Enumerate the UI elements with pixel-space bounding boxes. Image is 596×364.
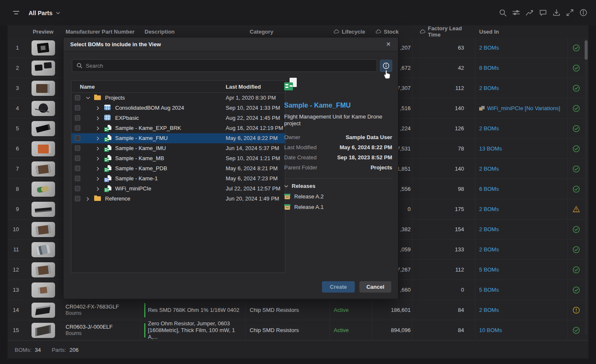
filter-toggle-icon[interactable] — [13, 9, 21, 16]
tree-row-sample-kame-fmu[interactable]: Sample - Kame_FMUMay 6, 2024 8:22 PM — [71, 133, 285, 143]
row-checkbox[interactable] — [75, 156, 80, 161]
info-button[interactable] — [380, 60, 392, 72]
chevron-right-icon[interactable] — [95, 156, 101, 161]
part-preview[interactable] — [23, 280, 63, 300]
used-in-link[interactable]: 5 BOMs — [479, 266, 499, 273]
row-checkbox[interactable] — [75, 166, 80, 171]
cancel-button[interactable]: Cancel — [359, 281, 391, 293]
search-input[interactable] — [86, 63, 355, 69]
row-checkbox[interactable] — [75, 105, 80, 111]
tree-row-sample-kame-1[interactable]: Sample - Kame-1May 6, 2024 7:23 PM — [71, 174, 285, 184]
chevron-right-icon[interactable] — [95, 105, 101, 111]
create-button[interactable]: Create — [322, 281, 355, 293]
header-mpn[interactable]: Manufacturer Part Number — [63, 25, 141, 38]
part-preview[interactable] — [23, 240, 63, 259]
comment-icon[interactable] — [539, 8, 547, 17]
header-description[interactable]: Description — [141, 25, 246, 38]
part-preview[interactable] — [23, 139, 63, 158]
used-in-link[interactable]: 2 BOMs — [479, 226, 499, 232]
tree-row-sample-kame-imu[interactable]: Sample - Kame_IMUJun 14, 2024 5:37 PM — [71, 143, 285, 153]
used-in-link[interactable]: 2 BOMs — [479, 166, 499, 172]
row-checkbox[interactable] — [75, 125, 80, 131]
part-preview[interactable] — [23, 179, 63, 199]
part-preview[interactable] — [23, 78, 63, 98]
tree-row-reference[interactable]: ReferenceJun 20, 2024 1:49 PM — [71, 194, 285, 204]
tree-row-label: ConsolidatedBOM Aug 2024 — [115, 105, 184, 111]
chevron-right-icon[interactable] — [95, 135, 101, 141]
view-selector[interactable]: All Parts — [29, 10, 60, 16]
used-in-link[interactable]: 13 BOMs — [479, 145, 502, 152]
part-preview[interactable] — [23, 98, 63, 118]
release-item[interactable]: Release A.2 — [284, 193, 392, 200]
header-category[interactable]: Category — [246, 25, 330, 38]
row-checkbox[interactable] — [75, 95, 80, 100]
part-number[interactable]: CR0402-FX-7683GLF — [66, 303, 119, 310]
search-icon[interactable] — [498, 8, 507, 17]
tree-row-wifi-minipcie[interactable]: WiFi_miniPCIeJul 22, 2024 12:57 PM — [71, 184, 285, 194]
part-preview[interactable] — [23, 320, 63, 340]
chevron-right-icon[interactable] — [85, 196, 91, 202]
chevron-right-icon[interactable] — [95, 125, 101, 131]
part-preview[interactable] — [23, 199, 63, 219]
used-in-link[interactable]: 6 BOMs — [479, 186, 499, 192]
row-checkbox[interactable] — [75, 115, 80, 121]
tree-header-modified[interactable]: Last Modified — [226, 84, 261, 90]
chevron-down-icon[interactable] — [85, 95, 91, 101]
used-in-link[interactable]: WiFi_miniPCIe [No Variations] — [487, 105, 560, 111]
tree-row-sample-kame-pdb[interactable]: Sample - Kame_PDBMay 6, 2024 8:21 PM — [71, 164, 285, 174]
trend-chart-icon[interactable] — [525, 8, 534, 17]
scrollbar-thumb[interactable] — [585, 40, 588, 60]
row-checkbox[interactable] — [75, 196, 80, 201]
used-in-link[interactable]: 5 BOMs — [479, 287, 499, 293]
tree-header-name[interactable]: Name — [80, 84, 95, 90]
used-in-link[interactable]: 2 BOMs — [479, 246, 499, 253]
part-preview[interactable] — [23, 260, 63, 280]
table-row[interactable]: 14CR0402-FX-7683GLFBournsRes SMD 768K Oh… — [8, 300, 588, 320]
filter-sliders-icon[interactable] — [512, 8, 520, 17]
expand-icon[interactable] — [566, 8, 574, 17]
chevron-right-icon[interactable] — [95, 186, 101, 192]
header-lead-time[interactable]: Factory Lead Time — [412, 25, 475, 38]
chevron-right-icon[interactable] — [95, 145, 101, 151]
used-in-link[interactable]: 8 BOMs — [479, 65, 499, 71]
used-in-link[interactable]: 10 BOMs — [479, 327, 502, 333]
vertical-scrollbar[interactable] — [585, 39, 588, 335]
tree-row-projects[interactable]: ProjectsApr 1, 2020 8:30 PM — [71, 93, 285, 103]
close-icon[interactable]: ✕ — [384, 40, 393, 49]
check-icon — [572, 125, 580, 132]
header-stock[interactable]: Stock — [372, 25, 412, 38]
used-in-link[interactable]: 2 BOMs — [479, 307, 499, 313]
part-preview[interactable] — [23, 119, 63, 138]
release-item[interactable]: Release A.1 — [284, 204, 392, 210]
part-preview[interactable] — [23, 58, 63, 78]
info-icon[interactable] — [579, 8, 588, 17]
header-lifecycle[interactable]: Lifecycle — [330, 25, 372, 38]
part-preview[interactable] — [23, 159, 63, 179]
bom-green-icon — [104, 145, 111, 152]
header-preview[interactable]: Preview — [23, 25, 63, 38]
used-in-link[interactable]: 2 BOMs — [479, 125, 499, 132]
used-in-link[interactable]: 2 BOMs — [479, 45, 499, 51]
used-in-link[interactable]: 2 BOMs — [479, 206, 499, 212]
tree-row-consolidatedbom-aug-2024[interactable]: ConsolidatedBOM Aug 2024Sep 10, 2024 1:3… — [71, 103, 285, 113]
part-preview[interactable] — [23, 38, 63, 58]
row-checkbox[interactable] — [75, 186, 80, 191]
component-photo — [32, 81, 55, 96]
download-icon[interactable] — [552, 8, 561, 17]
row-checkbox[interactable] — [75, 176, 80, 181]
part-preview[interactable] — [23, 300, 63, 320]
part-preview[interactable] — [23, 219, 63, 239]
releases-toggle[interactable]: Releases — [284, 183, 392, 189]
header-used-in[interactable]: Used In — [475, 25, 568, 38]
row-checkbox[interactable] — [75, 135, 80, 141]
chevron-right-icon[interactable] — [95, 176, 101, 182]
table-row[interactable]: 15CR0603-J/-000ELFBournsZero Ohm Resisto… — [8, 320, 588, 340]
chevron-right-icon[interactable] — [95, 166, 101, 171]
tree-row-sample-kame-exp-brk[interactable]: Sample - Kame_EXP_BRKAug 16, 2024 12:19 … — [71, 123, 285, 133]
row-checkbox[interactable] — [75, 145, 80, 151]
used-in-link[interactable]: 2 BOMs — [479, 85, 499, 91]
part-number[interactable]: CR0603-J/-000ELF — [66, 324, 113, 330]
tree-row-expbasic[interactable]: EXPbasicAug 22, 2024 1:45 PM — [71, 113, 285, 123]
chevron-right-icon[interactable] — [95, 115, 101, 121]
tree-row-sample-kame-mb[interactable]: Sample - Kame_MBSep 10, 2024 1:21 PM — [71, 153, 285, 164]
